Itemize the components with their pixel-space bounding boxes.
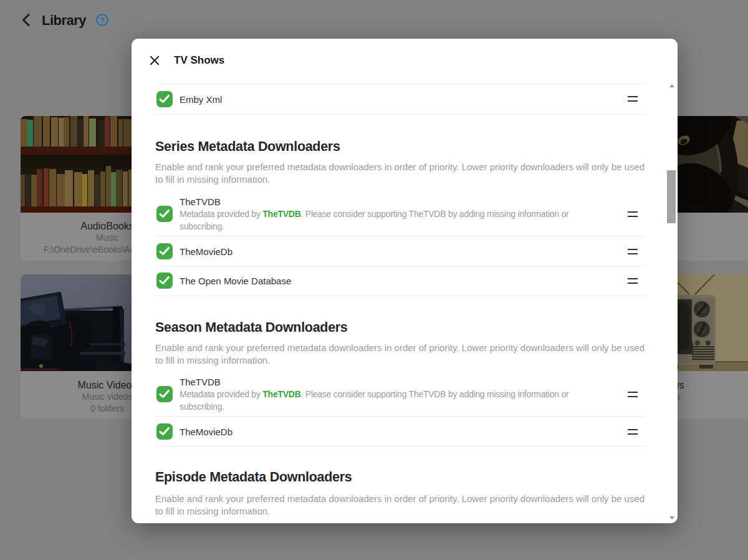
svg-text:?: ? (100, 16, 105, 25)
